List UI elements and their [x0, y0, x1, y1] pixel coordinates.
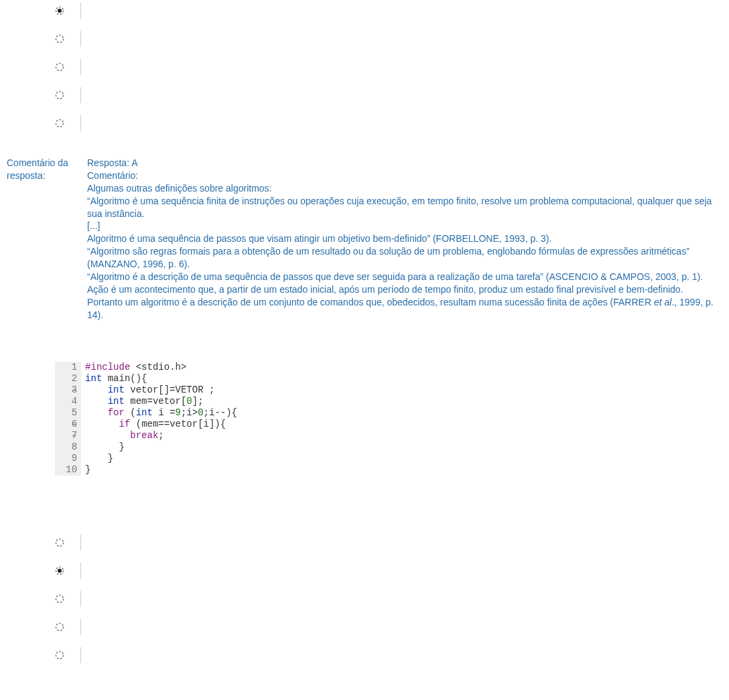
code-source: #include <stdio.h> int main(){ int vetor… — [81, 362, 237, 476]
svg-point-4 — [56, 92, 64, 99]
option-row — [55, 620, 722, 634]
line-number: 4 — [60, 396, 77, 407]
option-divider — [80, 591, 81, 607]
text: Portanto um algoritmo é a descrição de u… — [87, 297, 654, 307]
option-row — [55, 536, 722, 549]
radio-button[interactable] — [55, 594, 64, 604]
option-divider — [80, 619, 81, 635]
comment-answer-line: Resposta: A — [87, 157, 718, 169]
comment-line: [...] — [87, 220, 718, 232]
comment-line: Algoritmo é uma sequência de passos que … — [87, 232, 718, 245]
code-line: for (int i =9;i>0;i--){ — [85, 407, 237, 419]
comment-line: Ação é um acontecimento que, a partir de… — [87, 283, 718, 296]
svg-point-10 — [56, 623, 64, 630]
comment-line: “Algoritmo são regras formais para a obt… — [87, 245, 718, 271]
line-number: 10 — [60, 464, 77, 476]
comment-line: “Algoritmo é uma sequência finita de ins… — [87, 195, 718, 220]
code-line: #include <stdio.h> — [85, 362, 237, 373]
question2-options — [55, 536, 722, 662]
option-divider — [80, 535, 81, 551]
code-line: if (mem==vetor[i]){ — [85, 419, 237, 430]
option-divider — [80, 3, 81, 19]
line-number: 3 — [60, 384, 77, 396]
option-row — [55, 88, 722, 102]
line-number: 6 – — [60, 419, 77, 430]
option-divider — [80, 59, 81, 75]
line-number: 5 – — [60, 407, 77, 419]
code-line: } — [85, 464, 237, 476]
code-line: break; — [85, 430, 237, 441]
svg-point-3 — [56, 64, 64, 71]
option-divider — [80, 31, 81, 47]
code-line: int mem=vetor[0]; — [85, 396, 237, 407]
code-line: } — [85, 441, 237, 453]
option-divider — [80, 563, 81, 579]
radio-button[interactable] — [55, 90, 64, 100]
line-number: 8 — [60, 441, 77, 453]
svg-point-11 — [56, 651, 64, 658]
option-row — [55, 592, 722, 606]
code-gutter: 1 2 – 3 4 5 – 6 – 7 8 9 10 — [55, 362, 81, 476]
code-snippet: 1 2 – 3 4 5 – 6 – 7 8 9 10 #include <std… — [55, 362, 237, 476]
svg-point-1 — [58, 9, 62, 13]
comment-line-last: Portanto um algoritmo é a descrição de u… — [87, 296, 718, 322]
comment-line: Algumas outras definições sobre algoritm… — [87, 182, 718, 195]
option-row — [55, 4, 722, 17]
option-row — [55, 648, 722, 662]
radio-button[interactable] — [55, 34, 64, 44]
radio-button[interactable] — [55, 650, 64, 660]
radio-button[interactable] — [55, 566, 64, 575]
option-row — [55, 564, 722, 577]
line-number: 9 — [60, 453, 77, 464]
radio-button[interactable] — [55, 538, 64, 547]
code-line: } — [85, 453, 237, 464]
radio-button[interactable] — [55, 119, 64, 128]
radio-button[interactable] — [55, 62, 64, 72]
option-row — [55, 60, 722, 74]
comment-line: “Algoritmo é a descrição de uma sequênci… — [87, 271, 718, 283]
option-divider — [80, 115, 81, 131]
option-row — [55, 32, 722, 46]
svg-point-5 — [56, 120, 64, 127]
text-italic: et al — [654, 297, 671, 307]
svg-point-8 — [58, 569, 62, 573]
comment-header: Comentário: — [87, 169, 718, 182]
comment-body: Resposta: A Comentário: Algumas outras d… — [87, 157, 722, 322]
option-row — [55, 117, 722, 130]
answer-comment-block: Comentário da resposta: Resposta: A Come… — [7, 157, 722, 322]
option-divider — [80, 87, 81, 103]
question1-options — [55, 4, 722, 130]
code-line: int vetor[]=VETOR ; — [85, 384, 237, 396]
comment-label: Comentário da resposta: — [7, 157, 87, 322]
svg-point-6 — [56, 539, 64, 546]
radio-button[interactable] — [55, 6, 64, 15]
svg-point-9 — [56, 595, 64, 602]
line-number: 1 — [60, 362, 77, 373]
radio-button[interactable] — [55, 622, 64, 632]
line-number: 7 — [60, 430, 77, 441]
line-number: 2 – — [60, 373, 77, 384]
option-divider — [80, 647, 81, 663]
svg-point-2 — [56, 36, 64, 43]
code-line: int main(){ — [85, 373, 237, 384]
